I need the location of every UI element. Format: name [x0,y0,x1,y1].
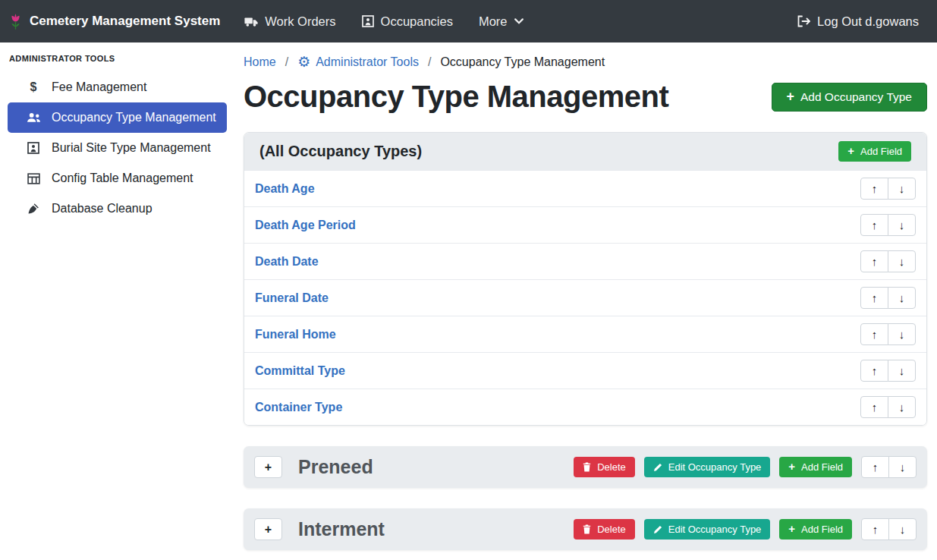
arrow-up-icon: ↑ [872,182,878,195]
nav-more[interactable]: More [479,14,524,29]
add-field-button[interactable]: + Add Field [779,457,852,477]
breadcrumb-separator: / [283,55,291,69]
arrow-down-icon: ↓ [899,255,905,268]
move-down-button[interactable]: ↓ [888,178,916,200]
arrow-up-icon: ↑ [873,523,879,536]
breadcrumb-current: Occupancy Type Management [440,55,605,69]
sidebar-item-config-table-management[interactable]: Config Table Management [8,163,227,193]
arrow-down-icon: ↓ [899,291,905,304]
move-down-button[interactable]: ↓ [888,214,916,236]
edit-occupancy-type-button[interactable]: Edit Occupancy Type [644,457,771,477]
logout-icon [797,15,810,27]
arrow-up-icon: ↑ [873,461,879,473]
page-title: Occupancy Type Management [244,80,668,114]
field-link[interactable]: Committal Type [255,364,345,378]
arrow-down-icon: ↓ [900,523,906,536]
field-link[interactable]: Container Type [255,401,342,414]
sidebar-item-label: Database Cleanup [52,202,152,216]
move-up-button[interactable]: ↑ [861,456,889,478]
arrow-down-icon: ↓ [899,219,905,231]
reorder-button-group: ↑ ↓ [860,360,916,382]
users-icon [25,112,42,123]
plus-icon: + [788,524,795,535]
arrow-up-icon: ↑ [872,255,878,268]
logout-label: Log Out d.gowans [817,14,919,29]
arrow-down-icon: ↓ [899,401,905,414]
move-down-button[interactable]: ↓ [888,287,916,309]
nav-occupancies[interactable]: Occupancies [362,14,453,29]
add-field-label: Add Field [801,461,843,473]
field-link[interactable]: Death Age Period [255,219,356,232]
add-occupancy-type-label: Add Occupancy Type [800,90,912,104]
field-link[interactable]: Death Age [255,182,315,196]
move-down-button[interactable]: ↓ [888,360,916,382]
chevron-down-icon [514,18,524,24]
move-down-button[interactable]: ↓ [888,250,916,272]
delete-button[interactable]: Delete [574,457,635,477]
move-up-button[interactable]: ↑ [860,360,888,382]
sidebar-item-label: Burial Site Type Management [52,141,211,155]
field-link[interactable]: Funeral Home [255,328,336,341]
all-types-card-header: (All Occupancy Types) + Add Field [244,133,926,170]
breadcrumb: Home / ⚙ Administrator Tools / Occupancy… [244,55,927,69]
edit-occupancy-type-label: Edit Occupancy Type [668,461,762,473]
delete-button[interactable]: Delete [574,519,635,540]
reorder-button-group: ↑ ↓ [860,250,916,272]
pencil-icon [653,525,662,534]
arrow-up-icon: ↑ [872,328,878,341]
add-field-label: Add Field [860,146,902,157]
truck-icon [244,16,258,27]
breadcrumb-admin-tools[interactable]: ⚙ Administrator Tools [297,55,419,69]
reorder-button-group: ↑ ↓ [861,456,917,478]
occupancy-type-title: Preneed [298,456,574,478]
field-link[interactable]: Death Date [255,255,319,269]
title-row: Occupancy Type Management + Add Occupanc… [244,80,927,114]
reorder-button-group: ↑ ↓ [860,323,916,345]
arrow-up-icon: ↑ [872,291,878,304]
delete-label: Delete [597,524,626,535]
move-down-button[interactable]: ↓ [888,396,916,418]
plus-icon: + [847,146,854,157]
move-up-button[interactable]: ↑ [861,518,889,540]
sidebar-item-database-cleanup[interactable]: Database Cleanup [8,193,227,224]
move-up-button[interactable]: ↑ [860,287,888,309]
move-up-button[interactable]: ↑ [860,178,888,200]
reorder-button-group: ↑ ↓ [860,214,916,236]
app-brand[interactable]: Cemetery Management System [9,12,220,31]
add-field-label: Add Field [801,524,843,535]
move-up-button[interactable]: ↑ [860,396,888,418]
breadcrumb-home[interactable]: Home [244,55,276,69]
move-down-button[interactable]: ↓ [888,456,917,478]
delete-label: Delete [597,461,626,473]
sidebar-item-burial-site-type-management[interactable]: Burial Site Type Management [8,133,227,163]
nav-work-orders-label: Work Orders [265,14,335,29]
add-occupancy-type-button[interactable]: + Add Occupancy Type [772,83,927,112]
occupancy-type-section: + Interment Delete [244,508,927,550]
field-row: Funeral Home ↑ ↓ [244,316,926,352]
move-up-button[interactable]: ↑ [860,323,888,345]
sidebar-item-fee-management[interactable]: $ Fee Management [8,72,227,102]
move-down-button[interactable]: ↓ [888,518,917,540]
section-actions: Delete Edit Occupancy Type + [574,518,917,540]
move-up-button[interactable]: ↑ [860,250,888,272]
expand-section-button[interactable]: + [254,518,282,540]
sidebar-item-occupancy-type-management[interactable]: Occupancy Type Management [8,102,227,133]
nav-work-orders[interactable]: Work Orders [244,14,335,29]
add-field-button[interactable]: + Add Field [838,141,911,162]
edit-occupancy-type-button[interactable]: Edit Occupancy Type [644,519,771,540]
logout-link[interactable]: Log Out d.gowans [797,14,919,29]
person-booth-icon [25,142,42,154]
add-field-button[interactable]: + Add Field [779,519,852,540]
expand-section-button[interactable]: + [254,456,282,478]
field-row: Death Date ↑ ↓ [244,243,926,279]
field-row: Committal Type ↑ ↓ [244,352,926,389]
pencil-icon [653,463,662,472]
nav-more-label: More [479,14,508,29]
tulip-logo-icon [9,12,22,31]
field-link[interactable]: Funeral Date [255,291,329,305]
section-actions: Delete Edit Occupancy Type + [574,456,917,478]
arrow-down-icon: ↓ [900,461,906,473]
move-up-button[interactable]: ↑ [860,214,888,236]
breadcrumb-separator: / [426,55,433,69]
move-down-button[interactable]: ↓ [888,323,916,345]
